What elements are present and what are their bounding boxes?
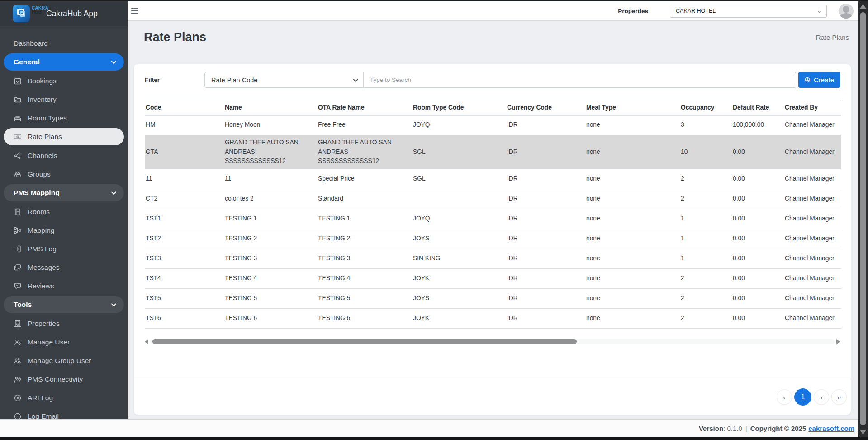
horizontal-scroll-thumb[interactable] (152, 339, 577, 344)
sidebar-item-pms-mapping[interactable]: PMS Mapping (4, 184, 124, 201)
sidebar-item-general[interactable]: General (4, 53, 124, 71)
compass-icon (14, 394, 22, 402)
sidebar-item-bookings[interactable]: Bookings (0, 72, 128, 90)
sidebar-item-dashboard[interactable]: Dashboard (0, 34, 128, 53)
table-cell: 2 (680, 169, 732, 189)
sidebar-item-tools[interactable]: Tools (4, 296, 124, 313)
table-row[interactable]: HMHoney MoonFree FreeJOYQIDRnone3100,000… (145, 115, 841, 135)
table-cell: TST1 (145, 209, 224, 229)
column-header-code: Code (145, 100, 224, 115)
sidebar-item-label: Manage Group User (28, 357, 91, 365)
table-cell: TESTING 1 (224, 209, 317, 229)
scroll-left-icon[interactable] (145, 339, 148, 344)
table-cell: 2 (680, 289, 732, 309)
table-cell: none (585, 269, 680, 289)
table-row[interactable]: TST2TESTING 2TESTING 2JOYSIDRnone10.00Ch… (145, 229, 841, 249)
property-select[interactable]: CAKAR HOTEL (670, 5, 827, 18)
top-header: Properties CAKAR HOTEL (128, 1, 858, 21)
search-input[interactable] (364, 72, 796, 88)
sidebar-item-label: Tools (14, 301, 32, 309)
vertical-scrollbar[interactable] (858, 1, 868, 437)
sidebar-item-label: Room Types (28, 114, 67, 122)
table-row[interactable]: TST5TESTING 5TESTING 5JOYSIDRnone20.00Ch… (145, 289, 841, 309)
sidebar-item-ari-log[interactable]: ARI Log (0, 388, 128, 407)
sidebar-item-room-types[interactable]: Room Types (0, 109, 128, 127)
sidebar-item-messages[interactable]: Messages (0, 258, 128, 277)
sidebar-item-reviews[interactable]: Reviews (0, 277, 128, 295)
table-cell: JOYK (412, 309, 506, 329)
table-cell: 0.00 (732, 169, 784, 189)
table-cell: Standard (317, 189, 412, 209)
table-cell: 11 (224, 169, 317, 189)
diagram-icon (14, 226, 22, 234)
sidebar-item-mapping[interactable]: Mapping (0, 221, 128, 239)
sidebar-item-inventory[interactable]: Inventory (0, 90, 128, 109)
table-cell: TESTING 2 (317, 229, 412, 249)
sidebar-item-manage-group-user[interactable]: Manage Group User (0, 351, 128, 370)
table-cell: none (585, 309, 680, 329)
sidebar-item-label: Log Email (28, 412, 59, 420)
door-icon (14, 208, 22, 216)
properties-label: Properties (618, 8, 648, 14)
user-plug-icon (14, 375, 22, 383)
app-title: CakraHub App (46, 9, 98, 19)
table-cell: SGL (412, 169, 506, 189)
table-cell: 0.00 (732, 289, 784, 309)
table-row[interactable]: TST6TESTING 6TESTING 6JOYKIDRnone20.00Ch… (145, 309, 841, 329)
version-value: : 0.1.0 (723, 425, 742, 432)
horizontal-scroll-track[interactable] (150, 339, 835, 344)
sidebar-item-pms-log[interactable]: PMS Log (0, 239, 128, 258)
table-cell: 0.00 (732, 135, 784, 169)
sidebar-nav: DashboardGeneralBookingsInventoryRoom Ty… (0, 26, 128, 419)
create-button[interactable]: ⊕ Create (798, 72, 840, 88)
sidebar-item-rooms[interactable]: Rooms (0, 202, 128, 221)
column-header-ota-rate-name: OTA Rate Name (317, 100, 412, 115)
cakrasoft-link[interactable]: cakrasoft.com (808, 425, 854, 432)
main-area: Properties CAKAR HOTEL Rate Plans Rate P… (128, 1, 868, 419)
pagination: ‹1›» (774, 388, 847, 406)
table-cell: 0.00 (732, 249, 784, 269)
vertical-scroll-thumb[interactable] (860, 12, 866, 425)
sidebar-item-label: Rooms (28, 208, 50, 216)
footer-separator: | (745, 425, 747, 432)
user-avatar[interactable] (839, 4, 854, 19)
users-icon (14, 170, 22, 178)
pagination-prev-button[interactable]: ‹ (777, 389, 792, 405)
user-gear-icon (14, 338, 22, 346)
create-button-label: Create (814, 76, 834, 84)
table-row[interactable]: TST3TESTING 3TESTING 3SIN KINGIDRnone10.… (145, 249, 841, 269)
table-row[interactable]: TST4TESTING 4TESTING 4JOYKIDRnone20.00Ch… (145, 269, 841, 289)
sidebar-item-groups[interactable]: Groups (0, 165, 128, 183)
sidebar-item-pms-connectivity[interactable]: PMS Connectivity (0, 370, 128, 388)
scroll-right-icon[interactable] (836, 339, 840, 344)
table-cell: Channel Manager (784, 209, 841, 229)
pagination-page-button[interactable]: 1 (794, 388, 811, 406)
table-row[interactable]: TST1TESTING 1TESTING 1JOYQIDRnone10.00Ch… (145, 209, 841, 229)
sidebar-item-rate-plans[interactable]: Rate Plans (4, 128, 124, 145)
hamburger-menu-icon[interactable] (131, 8, 138, 14)
scroll-up-icon[interactable] (860, 4, 866, 9)
building-icon (14, 320, 22, 328)
table-cell: Channel Manager (784, 309, 841, 329)
table-cell: TST3 (145, 249, 224, 269)
sidebar-item-label: Mapping (28, 226, 54, 234)
table-cell: TESTING 6 (317, 309, 412, 329)
sidebar-item-log-email[interactable]: Log Email (0, 407, 128, 419)
table-row[interactable]: 1111Special PriceSGLIDRnone20.00Channel … (145, 169, 841, 189)
pagination-last-button[interactable]: » (831, 389, 847, 405)
scroll-down-icon[interactable] (860, 430, 866, 435)
table-cell: color tes 2 (224, 189, 317, 209)
filter-field-value: Rate Plan Code (211, 77, 257, 84)
pagination-next-button[interactable]: › (814, 389, 829, 405)
table-row[interactable]: GTAGRAND THEF AUTO SAN ANDREAS SSSSSSSSS… (145, 135, 841, 169)
sidebar-item-manage-user[interactable]: Manage User (0, 333, 128, 351)
sidebar-item-properties[interactable]: Properties (0, 314, 128, 333)
table-cell: 1 (680, 249, 732, 269)
table-cell: IDR (506, 229, 585, 249)
sidebar-item-channels[interactable]: Channels (0, 146, 128, 165)
table-row[interactable]: CT2color tes 2StandardIDRnone20.00Channe… (145, 189, 841, 209)
sidebar-item-label: ARI Log (28, 394, 53, 402)
filter-field-select[interactable]: Rate Plan Code (204, 72, 364, 88)
table-cell: IDR (506, 169, 585, 189)
table-header-row: CodeNameOTA Rate NameRoom Type CodeCurre… (145, 100, 841, 115)
